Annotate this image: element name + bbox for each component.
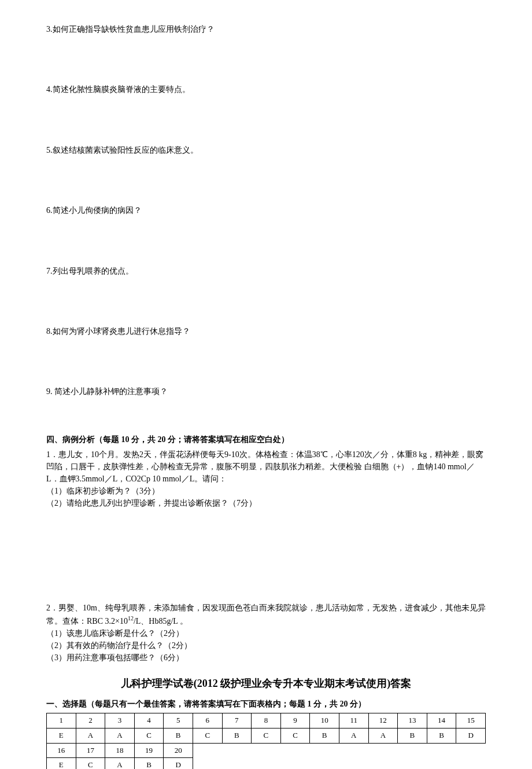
case-1-sub1: （1）临床初步诊断为？（3分）	[46, 485, 486, 497]
table-row: 16 17 18 19 20	[47, 743, 486, 758]
table-cell: D	[164, 758, 193, 769]
table-cell: 13	[398, 713, 427, 728]
case-2-sup: 12	[128, 615, 134, 621]
table-cell: 18	[105, 743, 135, 758]
table-cell-empty	[193, 758, 485, 769]
table-cell: 2	[76, 713, 105, 728]
question-5: 5.叙述结核菌素试验阳性反应的临床意义。	[46, 144, 486, 157]
answer-table: 1 2 3 4 5 6 7 8 9 10 11 12 13 14 15 E A …	[46, 713, 486, 769]
table-cell: 20	[164, 743, 193, 758]
question-9: 9. 简述小儿静脉补钾的注意事项？	[46, 385, 486, 398]
table-cell: 5	[164, 713, 193, 728]
case-2-stem: 2．男婴、10m、纯母乳喂养，未添加辅食，因发现面色苍白而来我院就诊，患儿活动如…	[46, 602, 486, 627]
case-2-stem-b: /L、Hb85g/L 。	[134, 617, 188, 625]
table-cell: 15	[456, 713, 486, 728]
table-cell: C	[76, 758, 105, 769]
table-cell: 7	[222, 713, 252, 728]
question-4: 4.简述化脓性脑膜炎脑脊液的主要特点。	[46, 83, 486, 96]
table-cell: E	[47, 728, 76, 743]
table-cell: 9	[280, 713, 310, 728]
table-cell: 17	[76, 743, 105, 758]
case-1-sub2: （2）请给此患儿列出护理诊断，并提出诊断依据？（7分）	[46, 497, 486, 509]
table-cell: 6	[193, 713, 222, 728]
section-4-header: 四、病例分析（每题 10 分，共 20 分；请将答案填写在相应空白处）	[46, 433, 486, 446]
table-cell: 8	[252, 713, 281, 728]
table-cell: C	[252, 728, 281, 743]
table-cell: 10	[310, 713, 339, 728]
table-cell: B	[398, 728, 427, 743]
case-2-stem-a: 2．男婴、10m、纯母乳喂养，未添加辅食，因发现面色苍白而来我院就诊，患儿活动如…	[46, 604, 486, 625]
table-cell: A	[76, 728, 105, 743]
case-2-sub1: （1）该患儿临床诊断是什么？（2分）	[46, 627, 486, 639]
table-cell: B	[222, 728, 252, 743]
case-2-sub2: （2）其有效的药物治疗是什么？（2分）	[46, 639, 486, 652]
table-row: 1 2 3 4 5 6 7 8 9 10 11 12 13 14 15	[47, 713, 486, 728]
case-2: 2．男婴、10m、纯母乳喂养，未添加辅食，因发现面色苍白而来我院就诊，患儿活动如…	[46, 602, 486, 664]
table-cell: A	[105, 758, 135, 769]
table-cell: A	[339, 728, 368, 743]
table-cell: B	[427, 728, 456, 743]
table-cell: A	[105, 728, 135, 743]
table-cell: A	[368, 728, 398, 743]
table-cell: 16	[47, 743, 76, 758]
table-cell: 3	[105, 713, 135, 728]
question-3: 3.如何正确指导缺铁性贫血患儿应用铁剂治疗？	[46, 23, 486, 36]
question-7: 7.列出母乳喂养的优点。	[46, 265, 486, 278]
table-cell: B	[134, 758, 164, 769]
table-cell: 14	[427, 713, 456, 728]
question-8: 8.如何为肾小球肾炎患儿进行休息指导？	[46, 325, 486, 338]
answer-title: 儿科护理学试卷(2012 级护理业余专升本专业期末考试使用)答案	[46, 675, 486, 692]
question-6: 6.简述小儿佝偻病的病因？	[46, 204, 486, 217]
table-cell: C	[193, 728, 222, 743]
table-row: E A A C B C B C C B A A B B D	[47, 728, 486, 743]
table-cell: 19	[134, 743, 164, 758]
table-cell: 12	[368, 713, 398, 728]
table-cell: E	[47, 758, 76, 769]
mc-section-header: 一、选择题（每题只有一个最佳答案，请将答案填写在下面表格内；每题 1 分，共 2…	[46, 698, 486, 711]
case-1: 1．患儿女，10个月。发热2天，伴蛋花汤样便每天9-10次。体格检查：体温38℃…	[46, 448, 486, 509]
table-cell: C	[134, 728, 164, 743]
case-2-sub3: （3）用药注意事项包括哪些？（6分）	[46, 652, 486, 664]
case-1-stem: 1．患儿女，10个月。发热2天，伴蛋花汤样便每天9-10次。体格检查：体温38℃…	[46, 448, 486, 485]
table-cell: 11	[339, 713, 368, 728]
table-cell: 4	[134, 713, 164, 728]
table-cell: D	[456, 728, 486, 743]
table-row: E C A B D	[47, 758, 486, 769]
table-cell: B	[164, 728, 193, 743]
table-cell: B	[310, 728, 339, 743]
table-cell: C	[280, 728, 310, 743]
table-cell-empty	[193, 743, 485, 758]
table-cell: 1	[47, 713, 76, 728]
